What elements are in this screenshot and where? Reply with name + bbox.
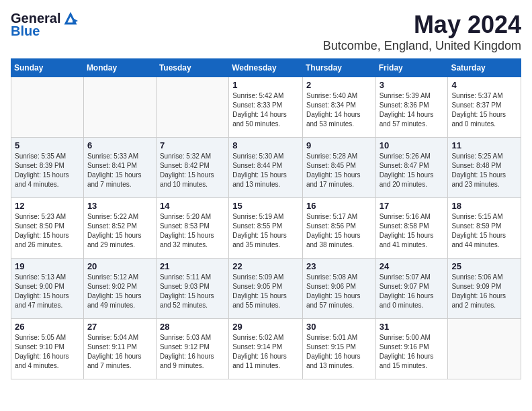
- day-info: Sunrise: 5:23 AMSunset: 8:50 PMDaylight:…: [15, 212, 80, 250]
- day-info: Sunrise: 5:33 AMSunset: 8:41 PMDaylight:…: [87, 152, 152, 189]
- calendar-cell: 2Sunrise: 5:40 AMSunset: 8:34 PMDaylight…: [302, 77, 375, 138]
- day-info: Sunrise: 5:30 AMSunset: 8:44 PMDaylight:…: [232, 152, 299, 189]
- day-number: 5: [15, 140, 80, 150]
- day-info: Sunrise: 5:35 AMSunset: 8:39 PMDaylight:…: [15, 152, 80, 189]
- calendar-week-row: 19Sunrise: 5:13 AMSunset: 9:00 PMDayligh…: [11, 259, 521, 319]
- day-info: Sunrise: 5:12 AMSunset: 9:02 PMDaylight:…: [87, 273, 152, 310]
- day-number: 8: [232, 140, 299, 150]
- day-number: 19: [15, 261, 80, 271]
- calendar-week-row: 5Sunrise: 5:35 AMSunset: 8:39 PMDaylight…: [11, 138, 521, 198]
- calendar-cell: 27Sunrise: 5:04 AMSunset: 9:11 PMDayligh…: [83, 319, 156, 379]
- day-number: 17: [380, 201, 445, 211]
- calendar-cell: 28Sunrise: 5:03 AMSunset: 9:12 PMDayligh…: [156, 319, 228, 379]
- day-number: 11: [451, 140, 517, 150]
- day-info: Sunrise: 5:22 AMSunset: 8:52 PMDaylight:…: [87, 212, 152, 250]
- logo: General Blue: [11, 11, 78, 39]
- day-number: 31: [380, 322, 445, 332]
- calendar-cell: 15Sunrise: 5:19 AMSunset: 8:55 PMDayligh…: [229, 198, 303, 259]
- day-info: Sunrise: 5:42 AMSunset: 8:33 PMDaylight:…: [232, 91, 299, 129]
- main-title: May 2024: [323, 11, 521, 39]
- day-number: 20: [87, 261, 152, 271]
- day-info: Sunrise: 5:26 AMSunset: 8:47 PMDaylight:…: [380, 152, 445, 189]
- day-number: 23: [306, 261, 372, 271]
- logo-blue-text: Blue: [11, 24, 40, 39]
- weekday-header-sunday: Sunday: [11, 59, 84, 77]
- calendar-cell: 19Sunrise: 5:13 AMSunset: 9:00 PMDayligh…: [11, 259, 84, 319]
- day-number: 13: [87, 201, 152, 211]
- logo-arrow-icon: [63, 11, 78, 26]
- day-info: Sunrise: 5:17 AMSunset: 8:56 PMDaylight:…: [306, 212, 372, 250]
- day-info: Sunrise: 5:07 AMSunset: 9:07 PMDaylight:…: [380, 273, 445, 310]
- calendar-week-row: 26Sunrise: 5:05 AMSunset: 9:10 PMDayligh…: [11, 319, 521, 379]
- day-number: 28: [160, 322, 225, 332]
- day-info: Sunrise: 5:11 AMSunset: 9:03 PMDaylight:…: [160, 273, 225, 310]
- day-number: 27: [87, 322, 152, 332]
- day-number: 1: [232, 80, 299, 90]
- day-info: Sunrise: 5:13 AMSunset: 9:00 PMDaylight:…: [15, 273, 80, 310]
- day-info: Sunrise: 5:40 AMSunset: 8:34 PMDaylight:…: [306, 91, 372, 129]
- calendar-cell: 16Sunrise: 5:17 AMSunset: 8:56 PMDayligh…: [302, 198, 375, 259]
- day-number: 3: [380, 80, 445, 90]
- calendar-cell: 30Sunrise: 5:01 AMSunset: 9:15 PMDayligh…: [302, 319, 375, 379]
- day-info: Sunrise: 5:28 AMSunset: 8:45 PMDaylight:…: [306, 152, 372, 189]
- calendar-cell: 23Sunrise: 5:08 AMSunset: 9:06 PMDayligh…: [302, 259, 375, 319]
- day-number: 25: [451, 261, 517, 271]
- calendar-cell: 14Sunrise: 5:20 AMSunset: 8:53 PMDayligh…: [156, 198, 228, 259]
- calendar-cell: 24Sunrise: 5:07 AMSunset: 9:07 PMDayligh…: [375, 259, 448, 319]
- calendar-cell: 11Sunrise: 5:25 AMSunset: 8:48 PMDayligh…: [448, 138, 521, 198]
- weekday-header-tuesday: Tuesday: [156, 59, 228, 77]
- title-section: May 2024 Butcombe, England, United Kingd…: [323, 11, 521, 53]
- day-info: Sunrise: 5:32 AMSunset: 8:42 PMDaylight:…: [160, 152, 225, 189]
- day-number: 10: [380, 140, 445, 150]
- day-info: Sunrise: 5:19 AMSunset: 8:55 PMDaylight:…: [232, 212, 299, 250]
- day-number: 18: [451, 201, 517, 211]
- day-info: Sunrise: 5:08 AMSunset: 9:06 PMDaylight:…: [306, 273, 372, 310]
- day-info: Sunrise: 5:02 AMSunset: 9:14 PMDaylight:…: [232, 333, 299, 371]
- day-info: Sunrise: 5:37 AMSunset: 8:37 PMDaylight:…: [451, 91, 517, 129]
- calendar-cell: 22Sunrise: 5:09 AMSunset: 9:05 PMDayligh…: [229, 259, 303, 319]
- day-number: 14: [160, 201, 225, 211]
- day-number: 24: [380, 261, 445, 271]
- calendar-week-row: 12Sunrise: 5:23 AMSunset: 8:50 PMDayligh…: [11, 198, 521, 259]
- day-number: 26: [15, 322, 80, 332]
- calendar-cell: 5Sunrise: 5:35 AMSunset: 8:39 PMDaylight…: [11, 138, 84, 198]
- day-number: 2: [306, 80, 372, 90]
- subtitle: Butcombe, England, United Kingdom: [323, 39, 521, 53]
- calendar-cell: [83, 77, 156, 138]
- calendar-cell: 21Sunrise: 5:11 AMSunset: 9:03 PMDayligh…: [156, 259, 228, 319]
- day-number: 9: [306, 140, 372, 150]
- calendar-cell: 25Sunrise: 5:06 AMSunset: 9:09 PMDayligh…: [448, 259, 521, 319]
- calendar-cell: 10Sunrise: 5:26 AMSunset: 8:47 PMDayligh…: [375, 138, 448, 198]
- day-info: Sunrise: 5:15 AMSunset: 8:59 PMDaylight:…: [451, 212, 517, 250]
- day-number: 22: [232, 261, 299, 271]
- calendar-cell: 31Sunrise: 5:00 AMSunset: 9:16 PMDayligh…: [375, 319, 448, 379]
- day-number: 29: [232, 322, 299, 332]
- calendar-cell: 4Sunrise: 5:37 AMSunset: 8:37 PMDaylight…: [448, 77, 521, 138]
- day-info: Sunrise: 5:06 AMSunset: 9:09 PMDaylight:…: [451, 273, 517, 310]
- page-header: General Blue May 2024 Butcombe, England,…: [11, 11, 521, 53]
- calendar-cell: 18Sunrise: 5:15 AMSunset: 8:59 PMDayligh…: [448, 198, 521, 259]
- day-number: 16: [306, 201, 372, 211]
- day-number: 15: [232, 201, 299, 211]
- day-info: Sunrise: 5:01 AMSunset: 9:15 PMDaylight:…: [306, 333, 372, 371]
- calendar-cell: 20Sunrise: 5:12 AMSunset: 9:02 PMDayligh…: [83, 259, 156, 319]
- day-info: Sunrise: 5:09 AMSunset: 9:05 PMDaylight:…: [232, 273, 299, 310]
- calendar-cell: 8Sunrise: 5:30 AMSunset: 8:44 PMDaylight…: [229, 138, 303, 198]
- calendar-cell: 3Sunrise: 5:39 AMSunset: 8:36 PMDaylight…: [375, 77, 448, 138]
- day-info: Sunrise: 5:05 AMSunset: 9:10 PMDaylight:…: [15, 333, 80, 371]
- calendar-cell: 9Sunrise: 5:28 AMSunset: 8:45 PMDaylight…: [302, 138, 375, 198]
- calendar-body: 1Sunrise: 5:42 AMSunset: 8:33 PMDaylight…: [11, 77, 521, 379]
- day-info: Sunrise: 5:20 AMSunset: 8:53 PMDaylight:…: [160, 212, 225, 250]
- calendar-header: SundayMondayTuesdayWednesdayThursdayFrid…: [11, 59, 521, 77]
- day-number: 12: [15, 201, 80, 211]
- day-info: Sunrise: 5:39 AMSunset: 8:36 PMDaylight:…: [380, 91, 445, 129]
- calendar-cell: 7Sunrise: 5:32 AMSunset: 8:42 PMDaylight…: [156, 138, 228, 198]
- calendar-cell: 1Sunrise: 5:42 AMSunset: 8:33 PMDaylight…: [229, 77, 303, 138]
- calendar-cell: 12Sunrise: 5:23 AMSunset: 8:50 PMDayligh…: [11, 198, 84, 259]
- calendar-cell: 13Sunrise: 5:22 AMSunset: 8:52 PMDayligh…: [83, 198, 156, 259]
- calendar-week-row: 1Sunrise: 5:42 AMSunset: 8:33 PMDaylight…: [11, 77, 521, 138]
- calendar-table: SundayMondayTuesdayWednesdayThursdayFrid…: [11, 58, 521, 379]
- day-number: 4: [451, 80, 517, 90]
- weekday-header-row: SundayMondayTuesdayWednesdayThursdayFrid…: [11, 59, 521, 77]
- day-number: 7: [160, 140, 225, 150]
